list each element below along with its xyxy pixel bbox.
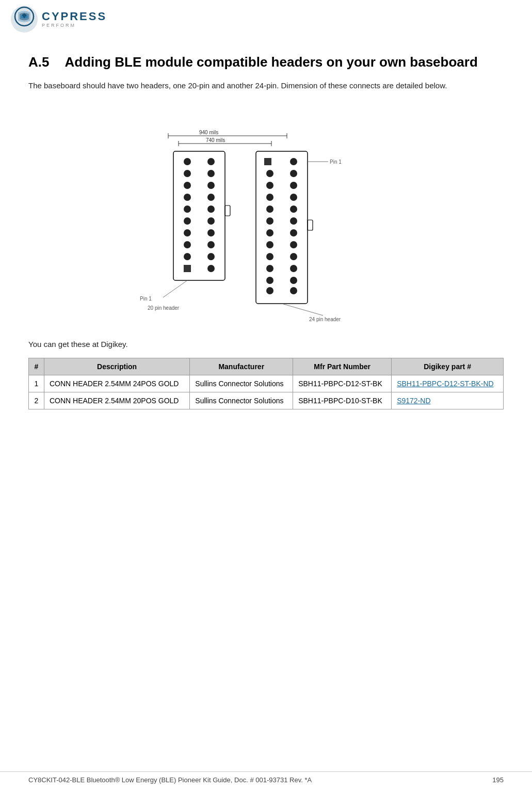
svg-point-19 [184,206,191,213]
svg-point-52 [290,241,297,248]
svg-point-30 [207,265,215,272]
svg-point-22 [207,217,215,225]
svg-text:Pin 1: Pin 1 [330,159,342,165]
section-number: A.5 [28,54,49,70]
cell-num: 1 [29,375,44,392]
footer-left: CY8CKIT-042-BLE Bluetooth® Low Energy (B… [28,776,312,784]
svg-text:24 pin header: 24 pin header [309,317,341,322]
section-heading: Adding BLE module compatible headers on … [65,54,477,70]
svg-point-47 [266,217,273,225]
svg-point-13 [184,170,191,177]
svg-line-33 [163,280,187,297]
svg-point-56 [290,265,297,272]
cell-mfr-part: SBH11-PBPC-D10-ST-BK [293,392,392,409]
brand-tagline: PERFORM [42,23,107,28]
col-header-manufacturer: Manufacturer [190,358,293,375]
svg-point-43 [266,194,273,201]
digikey-link[interactable]: SBH11-PBPC-D12-ST-BK-ND [397,380,494,388]
svg-point-49 [266,229,273,236]
cell-mfr-part: SBH11-PBPC-D12-ST-BK [293,375,392,392]
cell-description: CONN HEADER 2.54MM 24POS GOLD [44,375,189,392]
svg-point-53 [266,253,273,260]
svg-point-12 [207,158,215,165]
cypress-logo-icon [10,5,39,34]
cell-manufacturer: Sullins Connector Solutions [190,375,293,392]
svg-point-42 [290,182,297,189]
svg-point-38 [290,158,297,165]
connector-diagram: 940 mils 740 mils [132,107,400,324]
svg-point-20 [207,206,215,213]
svg-point-15 [184,182,191,189]
svg-point-41 [266,182,273,189]
svg-rect-31 [225,206,230,216]
intro-text: You can get these at Digikey. [28,340,504,349]
svg-point-55 [266,265,273,272]
svg-point-58 [290,277,297,284]
svg-text:20 pin header: 20 pin header [148,305,180,311]
svg-point-57 [266,277,273,284]
cell-description: CONN HEADER 2.54MM 20POS GOLD [44,392,189,409]
digikey-link[interactable]: S9172-ND [397,397,430,405]
svg-point-59 [266,287,273,294]
svg-point-50 [290,229,297,236]
page-footer: CY8CKIT-042-BLE Bluetooth® Low Energy (B… [0,771,532,784]
svg-point-48 [290,217,297,225]
svg-point-21 [184,217,191,225]
svg-point-27 [184,253,191,260]
svg-line-64 [282,304,323,315]
svg-rect-36 [256,151,308,304]
col-header-description: Description [44,358,189,375]
cell-digikey-part[interactable]: SBH11-PBPC-D12-ST-BK-ND [392,375,504,392]
svg-point-23 [184,229,191,236]
table-header-row: # Description Manufacturer Mfr Part Numb… [29,358,504,375]
svg-point-45 [266,206,273,213]
table-row: 2CONN HEADER 2.54MM 20POS GOLDSullins Co… [29,392,504,409]
brand-name: CYPRESS [42,11,107,22]
svg-point-54 [290,253,297,260]
main-content: A.5 Adding BLE module compatible headers… [0,39,532,440]
svg-point-39 [266,170,273,177]
logo-text: CYPRESS PERFORM [42,11,107,28]
body-paragraph: The baseboard should have two headers, o… [28,80,504,92]
svg-point-24 [207,229,215,236]
svg-point-28 [207,253,215,260]
cell-num: 2 [29,392,44,409]
svg-point-51 [266,241,273,248]
svg-point-18 [207,194,215,201]
svg-point-60 [290,287,297,294]
svg-point-44 [290,194,297,201]
svg-text:740 mils: 740 mils [206,137,225,143]
svg-point-25 [184,241,191,248]
table-row: 1CONN HEADER 2.54MM 24POS GOLDSullins Co… [29,375,504,392]
svg-point-16 [207,182,215,189]
logo-area: CYPRESS PERFORM [10,5,107,34]
svg-rect-61 [308,220,313,230]
section-title-row: A.5 Adding BLE module compatible headers… [28,54,504,70]
svg-point-14 [207,170,215,177]
col-header-mfr-part: Mfr Part Number [293,358,392,375]
parts-table: # Description Manufacturer Mfr Part Numb… [28,358,504,409]
svg-point-40 [290,170,297,177]
footer-right: 195 [492,776,504,784]
svg-rect-10 [173,151,225,280]
diagram-area: 940 mils 740 mils [28,107,504,324]
svg-text:940 mils: 940 mils [199,130,218,135]
svg-rect-32 [184,265,191,272]
svg-point-26 [207,241,215,248]
cell-manufacturer: Sullins Connector Solutions [190,392,293,409]
page-header: CYPRESS PERFORM [0,0,532,39]
svg-point-17 [184,194,191,201]
col-header-digikey: Digikey part # [392,358,504,375]
svg-text:Pin 1: Pin 1 [140,296,152,302]
svg-point-11 [184,158,191,165]
svg-point-46 [290,206,297,213]
svg-rect-37 [264,158,271,165]
cell-digikey-part[interactable]: S9172-ND [392,392,504,409]
col-header-num: # [29,358,44,375]
